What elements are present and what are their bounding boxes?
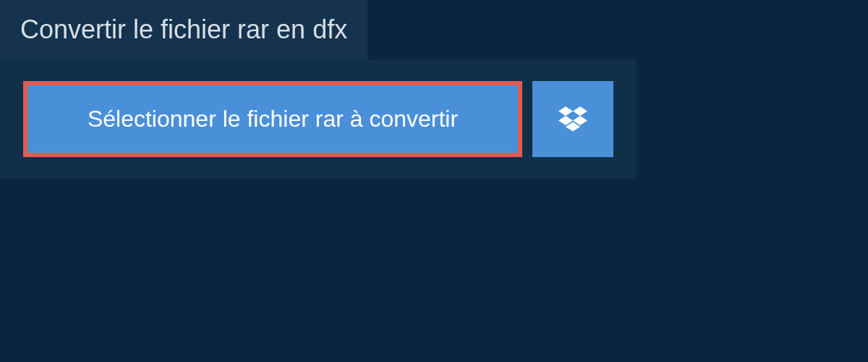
header-tab: Convertir le fichier rar en dfx bbox=[0, 0, 367, 59]
dropbox-button[interactable] bbox=[532, 81, 613, 157]
select-file-label: Sélectionner le fichier rar à convertir bbox=[88, 106, 458, 132]
page-title: Convertir le fichier rar en dfx bbox=[20, 14, 347, 45]
button-row: Sélectionner le fichier rar à convertir bbox=[23, 81, 613, 157]
dropbox-icon bbox=[558, 106, 587, 132]
select-file-button[interactable]: Sélectionner le fichier rar à convertir bbox=[23, 81, 522, 157]
upload-panel: Sélectionner le fichier rar à convertir bbox=[0, 59, 637, 179]
